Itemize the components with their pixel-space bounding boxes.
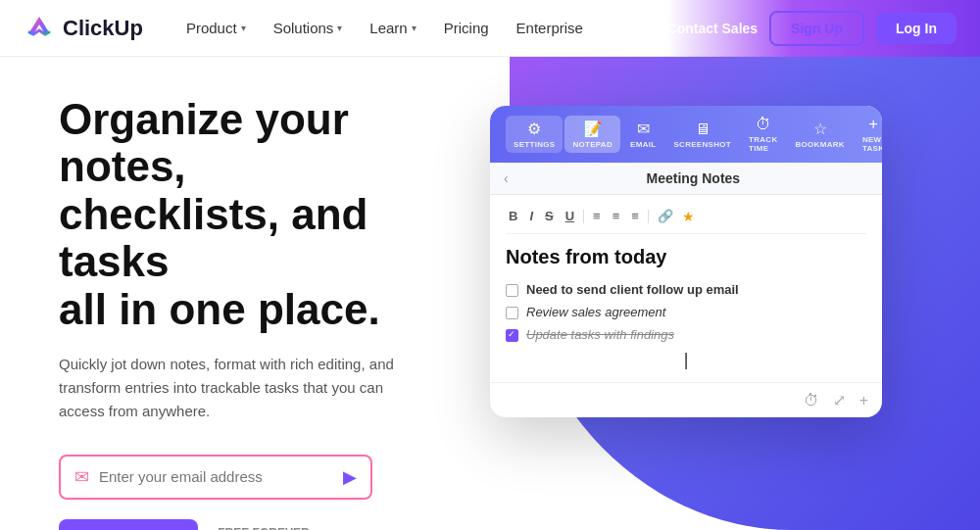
nav-actions: Contact Sales Sign Up Log In	[667, 11, 956, 46]
task-checkbox-1[interactable]	[506, 284, 518, 297]
logo-icon	[24, 13, 55, 44]
toolbar-notepad[interactable]: 📝 NOTEPAD	[564, 116, 620, 153]
hero-headline: Organize your notes, checklists, and tas…	[59, 96, 480, 333]
header: ClickUp Product ▾ Solutions ▾ Learn ▾ Pr…	[0, 0, 980, 57]
indent-button[interactable]: ≡	[628, 207, 642, 225]
expand-icon[interactable]: ⤢	[833, 391, 846, 410]
app-toolbar: A ⚙ SETTINGS 📝 NOTEPAD ✉ EMAIL 🖥 SCREENS…	[490, 106, 882, 163]
chevron-down-icon: ▾	[412, 23, 416, 33]
task-item: Update tasks with findings	[506, 327, 866, 342]
nav-pricing[interactable]: Pricing	[432, 14, 501, 42]
app-footer: ⏱ ⤢ +	[490, 382, 882, 417]
strikethrough-button[interactable]: S	[542, 207, 557, 225]
add-icon[interactable]: +	[859, 392, 868, 410]
send-icon: ▶	[343, 466, 357, 488]
task-item: Need to send client follow up email	[506, 282, 866, 297]
app-body: B I S U ≡ ≡ ≡ 🔗 ★ Notes from today	[490, 195, 882, 382]
app-nav-bar: ‹ Meeting Notes	[490, 163, 882, 195]
task-checkbox-2[interactable]	[506, 307, 518, 319]
ordered-list-button[interactable]: ≡	[590, 207, 604, 225]
hero-left: Organize your notes, checklists, and tas…	[59, 86, 480, 530]
app-mockup: A ⚙ SETTINGS 📝 NOTEPAD ✉ EMAIL 🖥 SCREENS…	[490, 106, 882, 417]
underline-button[interactable]: U	[563, 207, 577, 225]
link-button[interactable]: 🔗	[655, 207, 676, 225]
login-button[interactable]: Log In	[876, 13, 956, 44]
logo[interactable]: ClickUp	[24, 13, 143, 44]
task-item: Review sales agreement	[506, 305, 866, 319]
formatting-bar: B I S U ≡ ≡ ≡ 🔗 ★	[506, 207, 866, 234]
toolbar-email[interactable]: ✉ EMAIL	[622, 116, 663, 153]
email-form: ✉ ▶	[59, 455, 372, 500]
note-title-bar: Meeting Notes	[518, 170, 868, 186]
free-forever-text: FREE FOREVER. NO CREDIT CARD.	[218, 524, 322, 530]
nav-product[interactable]: Product ▾	[174, 14, 258, 42]
back-button[interactable]: ‹	[504, 170, 509, 186]
toolbar-bookmark[interactable]: ☆ BOOKMARK	[787, 116, 852, 153]
clock-icon[interactable]: ⏱	[804, 392, 819, 410]
task-text-3: Update tasks with findings	[526, 327, 674, 342]
cta-row: Get Started FREE FOREVER. NO CREDIT CARD…	[59, 519, 480, 530]
task-checkbox-3[interactable]	[506, 329, 518, 342]
toolbar-settings[interactable]: ⚙ SETTINGS	[506, 116, 563, 153]
email-icon: ✉	[74, 466, 89, 488]
toolbar-track-time[interactable]: ⏱ TRACK TIME	[741, 112, 786, 157]
toolbar-new-task[interactable]: + NEW TASK	[855, 112, 882, 157]
logo-text: ClickUp	[63, 16, 143, 41]
text-cursor: |	[506, 350, 866, 370]
email-input[interactable]	[99, 468, 343, 485]
bold-button[interactable]: B	[506, 207, 520, 225]
divider	[648, 210, 649, 223]
task-text-2: Review sales agreement	[526, 305, 665, 319]
nav-solutions[interactable]: Solutions ▾	[262, 14, 355, 42]
star-button[interactable]: ★	[682, 209, 695, 224]
hero-subtext: Quickly jot down notes, format with rich…	[59, 353, 421, 423]
get-started-button[interactable]: Get Started	[59, 519, 198, 530]
hero-right: A ⚙ SETTINGS 📝 NOTEPAD ✉ EMAIL 🖥 SCREENS…	[480, 86, 892, 530]
contact-sales-link[interactable]: Contact Sales	[667, 21, 759, 36]
divider	[583, 210, 584, 223]
main-nav: Product ▾ Solutions ▾ Learn ▾ Pricing En…	[174, 14, 667, 42]
nav-enterprise[interactable]: Enterprise	[505, 14, 595, 42]
nav-learn[interactable]: Learn ▾	[358, 14, 427, 42]
chevron-down-icon: ▾	[337, 23, 342, 33]
unordered-list-button[interactable]: ≡	[610, 207, 623, 225]
signup-button[interactable]: Sign Up	[769, 11, 864, 46]
main-content: Organize your notes, checklists, and tas…	[0, 57, 980, 530]
italic-button[interactable]: I	[526, 207, 536, 225]
note-document-title: Notes from today	[506, 246, 866, 268]
task-text-1: Need to send client follow up email	[526, 282, 739, 297]
chevron-down-icon: ▾	[241, 23, 246, 33]
toolbar-screenshot[interactable]: 🖥 SCREENSHOT	[665, 117, 739, 153]
